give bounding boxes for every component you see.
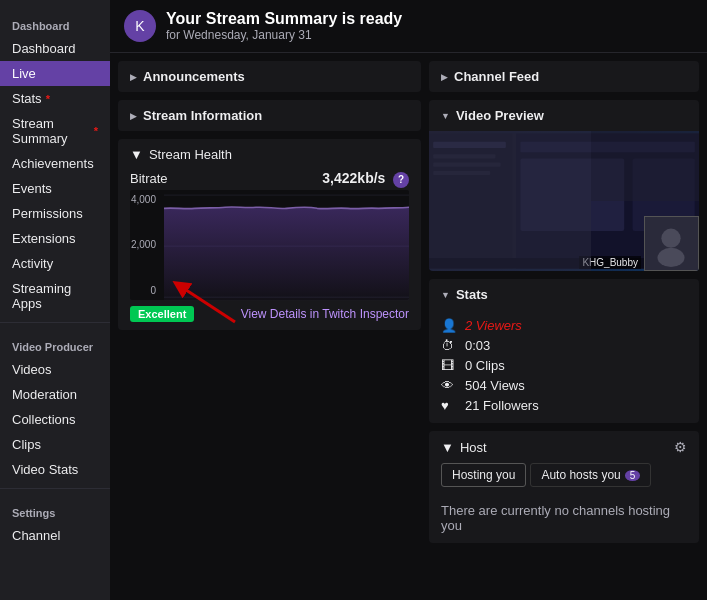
left-column: ▶ Announcements ▶ Stream Information ▼ S… [118,61,421,543]
viewers-icon: 👤 [441,318,457,333]
stats-card: ▼ Stats 👤 2 Viewers ⏱ 0:03 🎞 0 Clips [429,279,699,423]
sidebar-section-settings: Settings Channel [0,495,110,548]
sidebar-item-achievements[interactable]: Achievements [0,151,110,176]
bitrate-label: Bitrate [130,171,168,186]
svg-rect-6 [429,134,512,269]
stats-list: 👤 2 Viewers ⏱ 0:03 🎞 0 Clips 👁 504 Views [429,310,699,423]
host-collapse-icon[interactable]: ▼ [441,440,454,455]
sidebar-item-events[interactable]: Events [0,176,110,201]
sidebar-section-title-dashboard: Dashboard [0,8,110,36]
header-text: Your Stream Summary is ready for Wednesd… [166,10,402,42]
announcements-card: ▶ Announcements [118,61,421,92]
host-tab-hosting-you[interactable]: Hosting you [441,463,526,487]
bitrate-info-icon[interactable]: ? [393,172,409,188]
avatar: K [124,10,156,42]
content-area: ▶ Announcements ▶ Stream Information ▼ S… [110,53,707,551]
sidebar-item-dashboard[interactable]: Dashboard [0,36,110,61]
sidebar-divider-1 [0,322,110,323]
video-preview-collapse-icon: ▼ [441,111,450,121]
svg-rect-16 [645,217,698,270]
svg-rect-9 [433,163,501,167]
svg-rect-7 [433,142,506,148]
announcements-title: Announcements [143,69,245,84]
svg-point-18 [658,248,685,267]
stream-health-title: Stream Health [149,147,232,162]
stat-row-followers: ♥ 21 Followers [441,398,687,413]
followers-icon: ♥ [441,398,457,413]
channel-feed-header[interactable]: ▶ Channel Feed [429,61,699,92]
sidebar-section-video-producer: Video Producer Videos Moderation Collect… [0,329,110,482]
stats-title: Stats [456,287,488,302]
stream-health-header[interactable]: ▼ Stream Health [118,139,421,166]
sidebar-item-stream-summary[interactable]: Stream Summary* [0,111,110,151]
channel-feed-collapse-icon: ▶ [441,72,448,82]
sidebar-item-permissions[interactable]: Permissions [0,201,110,226]
bitrate-value: 3,422kb/s [322,170,385,186]
clips-value: 0 Clips [465,358,505,373]
stream-info-title: Stream Information [143,108,262,123]
host-tab-auto-hosts[interactable]: Auto hosts you5 [530,463,651,487]
stats-badge: * [46,93,50,105]
stream-summary-badge: * [94,125,98,137]
chart-labels: 4,000 2,000 0 [130,190,160,300]
sidebar-section-dashboard: Dashboard Dashboard Live Stats* Stream S… [0,8,110,316]
svg-rect-8 [433,154,495,158]
svg-line-4 [180,286,235,322]
host-no-channels-message: There are currently no channels hosting … [429,495,699,543]
stat-row-views: 👁 504 Views [441,378,687,393]
sidebar-item-activity[interactable]: Activity [0,251,110,276]
time-value: 0:03 [465,338,490,353]
chart-footer: Excellent View Details in Twitch Inspect… [130,300,409,322]
sidebar-item-clips[interactable]: Clips [0,432,110,457]
svg-rect-15 [429,258,699,268]
announcements-header[interactable]: ▶ Announcements [118,61,421,92]
stream-health-card: ▼ Stream Health Bitrate 3,422kb/s ? 4,00… [118,139,421,330]
right-column: ▶ Channel Feed ▼ Video Preview [429,61,699,543]
bitrate-row: Bitrate 3,422kb/s ? [118,166,421,190]
video-preview-title: Video Preview [456,108,544,123]
sidebar-item-channel[interactable]: Channel [0,523,110,548]
views-value: 504 Views [465,378,525,393]
sidebar-item-live[interactable]: Live [0,61,110,86]
sidebar-item-videos[interactable]: Videos [0,357,110,382]
svg-rect-11 [516,134,699,269]
svg-rect-13 [520,158,624,231]
video-preview-area: KHG_Bubby [429,131,699,271]
sidebar-item-video-stats[interactable]: Video Stats [0,457,110,482]
streamer-name-label: KHG_Bubby [579,256,641,269]
channel-feed-card: ▶ Channel Feed [429,61,699,92]
host-header-left: ▼ Host [441,440,487,455]
svg-rect-14 [633,158,695,231]
streamer-face-cam [645,216,698,271]
video-preview-card: ▼ Video Preview [429,100,699,271]
stat-row-time: ⏱ 0:03 [441,338,687,353]
sidebar-item-moderation[interactable]: Moderation [0,382,110,407]
page-title: Your Stream Summary is ready [166,10,402,28]
stats-header[interactable]: ▼ Stats [429,279,699,310]
clips-icon: 🎞 [441,358,457,373]
stat-row-clips: 🎞 0 Clips [441,358,687,373]
view-details-link[interactable]: View Details in Twitch Inspector [241,307,409,321]
chart-container: 4,000 2,000 0 [118,190,421,330]
sidebar-item-stats[interactable]: Stats* [0,86,110,111]
sidebar-section-title-settings: Settings [0,495,110,523]
host-settings-icon[interactable]: ⚙ [674,439,687,455]
svg-rect-12 [520,142,694,152]
main-content: K Your Stream Summary is ready for Wedne… [110,0,707,600]
host-header: ▼ Host ⚙ [429,431,699,463]
sidebar-item-streaming-apps[interactable]: Streaming Apps [0,276,110,316]
svg-rect-5 [429,134,699,269]
video-preview-mock: KHG_Bubby [429,131,699,271]
stream-screenshot-svg [429,131,699,271]
page-header: K Your Stream Summary is ready for Wedne… [110,0,707,53]
page-subtitle: for Wednesday, January 31 [166,28,402,42]
stream-info-header[interactable]: ▶ Stream Information [118,100,421,131]
chart-label-0: 0 [130,285,160,296]
sidebar-item-collections[interactable]: Collections [0,407,110,432]
sidebar-item-extensions[interactable]: Extensions [0,226,110,251]
auto-hosts-badge: 5 [625,470,641,481]
host-card: ▼ Host ⚙ Hosting you Auto hosts you5 The… [429,431,699,543]
announcements-collapse-icon: ▶ [130,72,137,82]
video-preview-header[interactable]: ▼ Video Preview [429,100,699,131]
svg-rect-10 [433,171,490,175]
